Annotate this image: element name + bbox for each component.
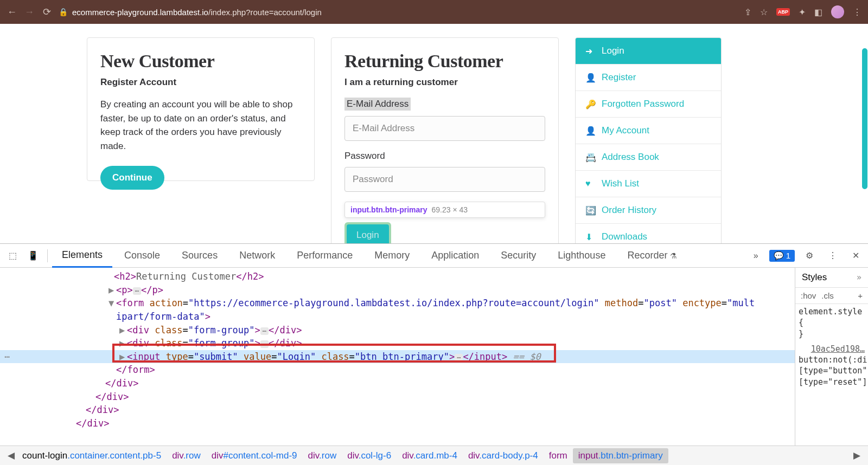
dom-line[interactable]: </div> <box>0 390 795 404</box>
tab-sources[interactable]: Sources <box>172 244 227 267</box>
key-icon: 🔑 <box>585 99 595 109</box>
dom-breadcrumb[interactable]: ◀ count-login.container.content.pb-5 div… <box>0 445 868 465</box>
sidebar-item-register[interactable]: 👤Register <box>576 64 721 91</box>
styles-toolbar: :hov .cls + <box>795 288 868 304</box>
dom-line[interactable]: ▼<form action="https://ecommerce-playgro… <box>0 296 795 310</box>
panel-icon[interactable]: ◧ <box>814 7 822 17</box>
history-icon: 🔄 <box>585 205 595 216</box>
account-sidebar: ➜Login 👤Register 🔑Forgotten Password 👤My… <box>575 37 722 243</box>
inspect-element-icon[interactable]: ⬚ <box>4 247 21 264</box>
register-icon: 👤 <box>585 73 595 83</box>
styles-panel: Styles » :hov .cls + element.style { } 1… <box>795 268 868 445</box>
dom-line[interactable]: </div> <box>0 403 795 417</box>
devtools-tabs: ⬚ 📱 Elements Console Sources Network Per… <box>0 244 868 268</box>
breadcrumb-item[interactable]: div.card.mb-4 <box>397 450 463 461</box>
password-label: Password <box>344 151 545 162</box>
tab-network[interactable]: Network <box>229 244 285 267</box>
dom-line[interactable]: ▶<p>⋯</p> <box>0 283 795 297</box>
sidebar-item-wish-list[interactable]: ♥Wish List <box>576 171 721 197</box>
new-customer-body: By creating an account you will be able … <box>100 98 301 153</box>
dom-tree[interactable]: <h2>Returning Customer</h2> ▶<p>⋯</p> ▼<… <box>0 268 795 445</box>
dom-line[interactable]: </form> <box>0 363 795 377</box>
devtools-menu-icon[interactable]: ⋮ <box>824 247 841 264</box>
continue-button[interactable]: Continue <box>100 166 164 190</box>
inspect-tooltip: input.btn.btn-primary 69.23 × 43 <box>344 202 545 218</box>
styles-more-icon[interactable]: » <box>857 273 861 282</box>
heart-icon: ♥ <box>585 179 595 189</box>
password-input[interactable] <box>344 167 545 192</box>
page-viewport: New Customer Register Account By creatin… <box>0 24 868 243</box>
dom-line[interactable]: ▶<div class="form-group">⋯</div> <box>0 337 795 350</box>
tooltip-selector: input.btn.btn-primary <box>350 205 427 214</box>
breadcrumb-item[interactable]: div.row <box>167 450 206 461</box>
dom-line[interactable]: <h2>Returning Customer</h2> <box>0 270 795 283</box>
breadcrumb-item[interactable]: count-login.container.content.pb-5 <box>17 450 167 461</box>
close-devtools-icon[interactable]: ✕ <box>848 247 864 264</box>
browser-chrome: ← → ⟳ 🔒 ecommerce-playground.lambdatest.… <box>0 0 868 24</box>
menu-icon[interactable]: ⋮ <box>853 7 861 17</box>
styles-content[interactable]: element.style { } 10ac5ed198… button:not… <box>795 304 868 390</box>
bookmark-icon[interactable]: ☆ <box>760 7 768 17</box>
extensions-icon[interactable]: ✦ <box>799 7 806 17</box>
reload-button[interactable]: ⟳ <box>41 6 52 18</box>
styles-title: Styles <box>802 272 827 283</box>
settings-gear-icon[interactable]: ⚙ <box>801 247 818 264</box>
download-icon: ⬇ <box>585 232 595 242</box>
dom-line[interactable]: ▶<div class="form-group">⋯</div> <box>0 324 795 337</box>
breadcrumb-item[interactable]: div.col-lg-6 <box>342 450 397 461</box>
more-tabs-icon[interactable]: » <box>749 248 763 264</box>
address-icon: 📇 <box>585 152 595 163</box>
dom-selected-line[interactable]: ⋯▶<input type="submit" value="Login" cla… <box>0 350 795 364</box>
tab-memory[interactable]: Memory <box>365 244 419 267</box>
forward-button[interactable]: → <box>24 7 35 18</box>
hov-toggle[interactable]: :hov <box>801 291 816 300</box>
issues-badge[interactable]: 💬 1 <box>769 250 795 262</box>
breadcrumb-item[interactable]: div.row <box>303 450 342 461</box>
breadcrumb-item[interactable]: div#content.col-md-9 <box>206 450 303 461</box>
abp-badge[interactable]: ABP <box>776 8 790 16</box>
add-rule-icon[interactable]: + <box>858 291 863 300</box>
sidebar-item-my-account[interactable]: 👤My Account <box>576 118 721 144</box>
tab-performance[interactable]: Performance <box>287 244 362 267</box>
login-inspect-highlight: Login <box>344 222 391 243</box>
styles-header: Styles » <box>795 268 868 288</box>
profile-avatar[interactable] <box>831 5 844 18</box>
breadcrumb-left-arrow[interactable]: ◀ <box>5 450 17 461</box>
returning-title: Returning Customer <box>344 51 545 72</box>
new-customer-title: New Customer <box>100 51 301 72</box>
sidebar-item-order-history[interactable]: 🔄Order History <box>576 197 721 224</box>
dom-line[interactable]: </div> <box>0 417 795 430</box>
dom-line[interactable]: </div> <box>0 377 795 390</box>
tab-application[interactable]: Application <box>422 244 489 267</box>
login-button[interactable]: Login <box>347 224 389 243</box>
share-icon[interactable]: ⇪ <box>744 7 751 17</box>
email-label: E-Mail Address <box>344 98 411 111</box>
new-customer-card: New Customer Register Account By creatin… <box>87 37 315 181</box>
devtools-panel: ⬚ 📱 Elements Console Sources Network Per… <box>0 243 868 465</box>
breadcrumb-item-selected[interactable]: input.btn.btn-primary <box>573 448 668 463</box>
tab-security[interactable]: Security <box>491 244 546 267</box>
scrollbar-thumb[interactable] <box>862 48 867 189</box>
tab-lighthouse[interactable]: Lighthouse <box>548 244 615 267</box>
flask-icon: ⚗ <box>670 251 677 260</box>
tab-console[interactable]: Console <box>114 244 170 267</box>
breadcrumb-item[interactable]: div.card-body.p-4 <box>463 450 544 461</box>
sidebar-item-address-book[interactable]: 📇Address Book <box>576 144 721 171</box>
returning-customer-card: Returning Customer I am a returning cust… <box>331 37 559 243</box>
breadcrumb-item[interactable]: form <box>544 450 573 461</box>
cls-toggle[interactable]: .cls <box>821 291 834 300</box>
dom-line[interactable]: ipart/form-data"> <box>0 310 795 324</box>
device-toggle-icon[interactable]: 📱 <box>23 247 43 264</box>
sidebar-item-forgotten-password[interactable]: 🔑Forgotten Password <box>576 91 721 118</box>
tab-recorder[interactable]: Recorder ⚗ <box>617 244 687 267</box>
user-icon: 👤 <box>585 126 595 136</box>
breadcrumb-right-arrow[interactable]: ▶ <box>851 450 863 461</box>
email-input[interactable] <box>344 116 545 141</box>
url-bar[interactable]: 🔒 ecommerce-playground.lambdatest.io/ind… <box>59 8 738 17</box>
sidebar-item-downloads[interactable]: ⬇Downloads <box>576 224 721 243</box>
source-link[interactable]: 10ac5ed198… <box>811 344 865 354</box>
sidebar-item-login[interactable]: ➜Login <box>576 38 721 64</box>
back-button[interactable]: ← <box>7 7 17 18</box>
tab-elements[interactable]: Elements <box>52 244 112 268</box>
tooltip-dims: 69.23 × 43 <box>432 205 468 214</box>
